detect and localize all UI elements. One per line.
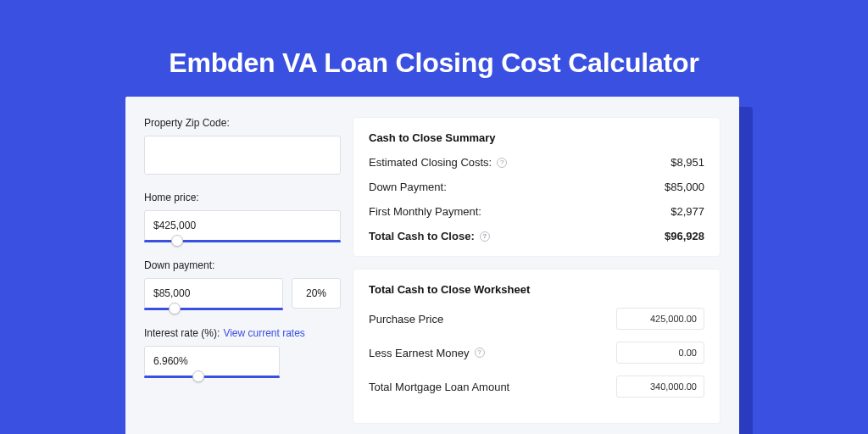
worksheet-row-loan-amount: Total Mortgage Loan Amount xyxy=(369,376,704,398)
summary-row-first-payment: First Monthly Payment: $2,977 xyxy=(369,205,704,218)
worksheet-value-input[interactable] xyxy=(616,342,704,364)
calculator-card: Property Zip Code: Home price: Down paym… xyxy=(125,97,739,434)
worksheet-title: Total Cash to Close Worksheet xyxy=(369,283,704,296)
interest-rate-slider-thumb[interactable] xyxy=(192,370,204,382)
down-payment-slider[interactable] xyxy=(144,308,283,310)
down-payment-input[interactable] xyxy=(144,278,283,309)
summary-row-label: Estimated Closing Costs: xyxy=(369,156,492,169)
down-payment-slider-thumb[interactable] xyxy=(169,303,181,314)
worksheet-panel: Total Cash to Close Worksheet Purchase P… xyxy=(353,269,721,424)
interest-rate-slider[interactable] xyxy=(144,376,280,378)
interest-rate-input[interactable] xyxy=(144,346,280,376)
help-icon[interactable]: ? xyxy=(480,231,490,242)
inputs-column: Property Zip Code: Home price: Down paym… xyxy=(144,117,341,434)
summary-total-value: $96,928 xyxy=(665,230,704,242)
worksheet-row-purchase-price: Purchase Price xyxy=(369,308,704,330)
help-icon[interactable]: ? xyxy=(497,158,507,168)
summary-row-total: Total Cash to Close: ? $96,928 xyxy=(369,230,704,242)
interest-rate-field-group: Interest rate (%): View current rates xyxy=(144,327,341,378)
summary-total-label: Total Cash to Close: xyxy=(369,230,475,242)
worksheet-row-label: Total Mortgage Loan Amount xyxy=(369,381,509,393)
interest-rate-label: Interest rate (%): View current rates xyxy=(144,327,341,339)
summary-row-value: $2,977 xyxy=(670,205,704,218)
worksheet-value-input[interactable] xyxy=(616,308,704,330)
summary-row-down-payment: Down Payment: $85,000 xyxy=(369,181,704,193)
summary-row-label: First Monthly Payment: xyxy=(369,205,481,218)
worksheet-value-input[interactable] xyxy=(616,376,704,398)
summary-title: Cash to Close Summary xyxy=(369,131,704,144)
summary-row-value: $8,951 xyxy=(670,156,704,169)
home-price-slider-thumb[interactable] xyxy=(171,235,183,247)
summary-row-label: Down Payment: xyxy=(369,181,447,193)
worksheet-row-label: Purchase Price xyxy=(369,313,443,326)
down-payment-field-group: Down payment: 20% xyxy=(144,259,341,310)
down-payment-percent-display: 20% xyxy=(292,278,341,309)
summary-panel: Cash to Close Summary Estimated Closing … xyxy=(353,117,721,257)
home-price-label: Home price: xyxy=(144,192,341,203)
interest-rate-label-text: Interest rate (%): xyxy=(144,327,220,339)
down-payment-label: Down payment: xyxy=(144,259,341,271)
worksheet-row-earnest-money: Less Earnest Money ? xyxy=(369,342,704,364)
home-price-field-group: Home price: xyxy=(144,192,341,242)
view-rates-link[interactable]: View current rates xyxy=(223,327,305,339)
summary-row-closing-costs: Estimated Closing Costs: ? $8,951 xyxy=(369,156,704,169)
zip-input[interactable] xyxy=(144,136,341,175)
summary-row-value: $85,000 xyxy=(665,181,704,193)
worksheet-row-label: Less Earnest Money xyxy=(369,347,470,359)
zip-field-group: Property Zip Code: xyxy=(144,117,341,175)
help-icon[interactable]: ? xyxy=(475,348,485,358)
results-column: Cash to Close Summary Estimated Closing … xyxy=(353,117,721,434)
home-price-slider[interactable] xyxy=(144,240,341,242)
zip-label: Property Zip Code: xyxy=(144,117,341,129)
page-title: Embden VA Loan Closing Cost Calculator xyxy=(0,47,868,79)
